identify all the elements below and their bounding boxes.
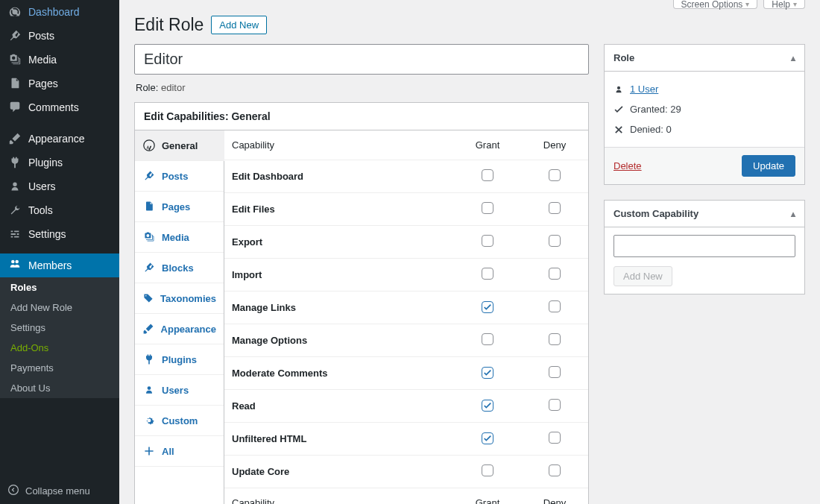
checkbox[interactable] [549, 300, 561, 312]
custom-capability-metabox: Custom Capability Add New [604, 200, 805, 294]
col-grant: Grant [454, 130, 521, 160]
add-capability-button[interactable]: Add New [614, 266, 672, 286]
sidebar-item-pages[interactable]: Pages [0, 72, 119, 95]
sidebar-item-settings[interactable]: Settings [0, 222, 119, 246]
tab-all[interactable]: All [135, 436, 224, 467]
sidebar-sub-about-us[interactable]: About Us [0, 378, 119, 398]
grant-cell [454, 357, 521, 390]
update-button[interactable]: Update [742, 155, 795, 177]
grant-cell [454, 456, 521, 488]
checkbox[interactable] [549, 399, 561, 411]
checkbox[interactable] [482, 432, 493, 444]
capability-name: Export [224, 226, 454, 259]
tab-general[interactable]: General [135, 130, 224, 161]
checkbox[interactable] [549, 464, 561, 476]
tab-pages[interactable]: Pages [135, 192, 224, 222]
tab-users[interactable]: Users [135, 375, 224, 406]
checkbox[interactable] [549, 366, 561, 378]
role-name-input[interactable] [134, 44, 589, 75]
checkbox[interactable] [482, 400, 493, 412]
checkbox[interactable] [482, 202, 493, 214]
custom-capability-toggle[interactable]: Custom Capability [605, 201, 804, 227]
tab-plugins[interactable]: Plugins [135, 344, 224, 375]
users-icon [142, 384, 156, 396]
checkbox[interactable] [549, 432, 561, 444]
capability-table: Capability Grant Deny Edit DashboardEdit… [224, 130, 588, 504]
checkbox[interactable] [482, 169, 493, 181]
checkbox[interactable] [549, 333, 561, 345]
sidebar-sub-add-ons[interactable]: Add-Ons [0, 338, 119, 358]
collapse-icon [7, 484, 19, 498]
capability-name: Update Core [224, 456, 454, 488]
pin-icon [142, 170, 156, 182]
sidebar-sub-settings[interactable]: Settings [0, 318, 119, 338]
tab-media[interactable]: Media [135, 222, 224, 253]
sidebar-item-comments[interactable]: Comments [0, 95, 119, 119]
users-count-row: 1 User [614, 79, 795, 99]
deny-cell [521, 292, 588, 324]
page-icon [7, 77, 22, 90]
deny-cell [521, 324, 588, 357]
members-icon [7, 259, 22, 272]
checkbox[interactable] [482, 464, 493, 476]
checkbox[interactable] [549, 169, 561, 181]
gear-icon [142, 415, 156, 426]
capability-row: Edit Files [224, 193, 588, 226]
sidebar-item-appearance[interactable]: Appearance [0, 127, 119, 151]
tab-taxonomies[interactable]: Taxonomies [135, 283, 224, 314]
sidebar-item-plugins[interactable]: Plugins [0, 151, 119, 174]
capability-row: Read [224, 390, 588, 423]
add-new-role-button[interactable]: Add New [211, 16, 267, 34]
pin-icon [7, 29, 22, 42]
sidebar-sub-roles[interactable]: Roles [0, 277, 119, 297]
page-icon [142, 201, 156, 212]
deny-cell [521, 193, 588, 226]
sidebar-item-users[interactable]: Users [0, 174, 119, 198]
sidebar-item-tools[interactable]: Tools [0, 198, 119, 222]
dashboard-icon [7, 5, 22, 19]
grant-cell [454, 324, 521, 357]
custom-capability-input[interactable] [614, 235, 795, 257]
grant-cell [454, 292, 521, 324]
screen-meta-links: Screen Options Help [134, 0, 805, 9]
sidebar-item-media[interactable]: Media [0, 48, 119, 72]
checkbox[interactable] [549, 202, 561, 214]
collapse-menu[interactable]: Collapse menu [0, 478, 119, 504]
sidebar-item-dashboard[interactable]: Dashboard [0, 0, 119, 24]
checkbox[interactable] [482, 333, 493, 345]
help-button[interactable]: Help [763, 0, 805, 9]
capability-row: Unfiltered HTML [224, 423, 588, 456]
capability-row: Manage Options [224, 324, 588, 357]
users-link[interactable]: 1 User [630, 84, 658, 95]
capability-row: Manage Links [224, 292, 588, 324]
x-icon [614, 125, 624, 135]
sidebar-sub-payments[interactable]: Payments [0, 358, 119, 378]
checkbox[interactable] [482, 235, 493, 247]
tab-appearance[interactable]: Appearance [135, 314, 224, 344]
grant-cell [454, 160, 521, 193]
tab-posts[interactable]: Posts [135, 161, 224, 192]
media-icon [7, 53, 22, 66]
capability-row: Export [224, 226, 588, 259]
screen-options-button[interactable]: Screen Options [673, 0, 758, 9]
check-icon [614, 104, 624, 115]
col-capability: Capability [224, 130, 454, 160]
capability-row: Edit Dashboard [224, 160, 588, 193]
sidebar-item-members[interactable]: Members [0, 253, 119, 277]
sidebar-sub-add-new-role[interactable]: Add New Role [0, 297, 119, 318]
tab-custom[interactable]: Custom [135, 406, 224, 436]
capabilities-panel: Edit Capabilities: General GeneralPostsP… [134, 102, 589, 504]
sidebar-item-posts[interactable]: Posts [0, 24, 119, 48]
deny-cell [521, 357, 588, 390]
checkbox[interactable] [482, 301, 493, 313]
role-metabox-toggle[interactable]: Role [605, 45, 804, 72]
checkbox[interactable] [482, 268, 493, 280]
checkbox[interactable] [482, 367, 493, 379]
checkbox[interactable] [549, 235, 561, 247]
deny-cell [521, 226, 588, 259]
tab-blocks[interactable]: Blocks [135, 253, 224, 283]
delete-role-link[interactable]: Delete [614, 160, 642, 171]
checkbox[interactable] [549, 268, 561, 280]
settings-icon [7, 227, 22, 241]
grant-cell [454, 226, 521, 259]
